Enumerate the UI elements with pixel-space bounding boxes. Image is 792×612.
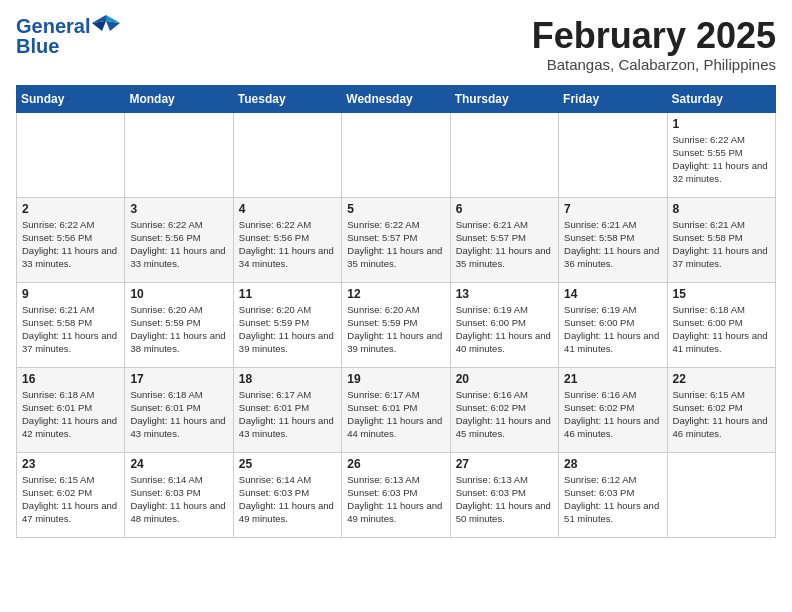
calendar-cell: 24Sunrise: 6:14 AMSunset: 6:03 PMDayligh…: [125, 452, 233, 537]
location-title: Batangas, Calabarzon, Philippines: [532, 56, 776, 73]
calendar-cell: 10Sunrise: 6:20 AMSunset: 5:59 PMDayligh…: [125, 282, 233, 367]
day-number: 27: [456, 457, 553, 471]
day-number: 5: [347, 202, 444, 216]
day-number: 3: [130, 202, 227, 216]
weekday-header-wednesday: Wednesday: [342, 85, 450, 112]
day-number: 28: [564, 457, 661, 471]
day-info: Sunrise: 6:16 AMSunset: 6:02 PMDaylight:…: [456, 388, 553, 441]
day-info: Sunrise: 6:13 AMSunset: 6:03 PMDaylight:…: [456, 473, 553, 526]
month-title: February 2025: [532, 16, 776, 56]
weekday-header-tuesday: Tuesday: [233, 85, 341, 112]
calendar-cell: 28Sunrise: 6:12 AMSunset: 6:03 PMDayligh…: [559, 452, 667, 537]
weekday-header-monday: Monday: [125, 85, 233, 112]
calendar-cell: 19Sunrise: 6:17 AMSunset: 6:01 PMDayligh…: [342, 367, 450, 452]
day-info: Sunrise: 6:22 AMSunset: 5:55 PMDaylight:…: [673, 133, 770, 186]
calendar-cell: 8Sunrise: 6:21 AMSunset: 5:58 PMDaylight…: [667, 197, 775, 282]
day-info: Sunrise: 6:17 AMSunset: 6:01 PMDaylight:…: [239, 388, 336, 441]
day-info: Sunrise: 6:14 AMSunset: 6:03 PMDaylight:…: [239, 473, 336, 526]
day-info: Sunrise: 6:22 AMSunset: 5:56 PMDaylight:…: [239, 218, 336, 271]
day-number: 22: [673, 372, 770, 386]
day-number: 20: [456, 372, 553, 386]
day-number: 6: [456, 202, 553, 216]
calendar-cell: 16Sunrise: 6:18 AMSunset: 6:01 PMDayligh…: [17, 367, 125, 452]
day-number: 21: [564, 372, 661, 386]
calendar-cell: [233, 112, 341, 197]
day-number: 8: [673, 202, 770, 216]
calendar-cell: 11Sunrise: 6:20 AMSunset: 5:59 PMDayligh…: [233, 282, 341, 367]
day-info: Sunrise: 6:20 AMSunset: 5:59 PMDaylight:…: [130, 303, 227, 356]
calendar-cell: 3Sunrise: 6:22 AMSunset: 5:56 PMDaylight…: [125, 197, 233, 282]
day-info: Sunrise: 6:16 AMSunset: 6:02 PMDaylight:…: [564, 388, 661, 441]
weekday-header-friday: Friday: [559, 85, 667, 112]
day-number: 25: [239, 457, 336, 471]
day-number: 12: [347, 287, 444, 301]
logo-general-text: General: [16, 16, 90, 36]
calendar-cell: 14Sunrise: 6:19 AMSunset: 6:00 PMDayligh…: [559, 282, 667, 367]
day-number: 2: [22, 202, 119, 216]
calendar-cell: 23Sunrise: 6:15 AMSunset: 6:02 PMDayligh…: [17, 452, 125, 537]
day-info: Sunrise: 6:17 AMSunset: 6:01 PMDaylight:…: [347, 388, 444, 441]
calendar-week-1: 1Sunrise: 6:22 AMSunset: 5:55 PMDaylight…: [17, 112, 776, 197]
day-info: Sunrise: 6:21 AMSunset: 5:58 PMDaylight:…: [673, 218, 770, 271]
calendar-cell: [559, 112, 667, 197]
weekday-header-thursday: Thursday: [450, 85, 558, 112]
day-info: Sunrise: 6:22 AMSunset: 5:57 PMDaylight:…: [347, 218, 444, 271]
day-info: Sunrise: 6:21 AMSunset: 5:58 PMDaylight:…: [564, 218, 661, 271]
calendar-cell: 12Sunrise: 6:20 AMSunset: 5:59 PMDayligh…: [342, 282, 450, 367]
calendar-cell: 26Sunrise: 6:13 AMSunset: 6:03 PMDayligh…: [342, 452, 450, 537]
day-number: 23: [22, 457, 119, 471]
calendar-cell: 1Sunrise: 6:22 AMSunset: 5:55 PMDaylight…: [667, 112, 775, 197]
day-info: Sunrise: 6:22 AMSunset: 5:56 PMDaylight:…: [130, 218, 227, 271]
day-info: Sunrise: 6:15 AMSunset: 6:02 PMDaylight:…: [22, 473, 119, 526]
day-number: 4: [239, 202, 336, 216]
day-info: Sunrise: 6:18 AMSunset: 6:01 PMDaylight:…: [130, 388, 227, 441]
day-number: 1: [673, 117, 770, 131]
calendar-cell: 9Sunrise: 6:21 AMSunset: 5:58 PMDaylight…: [17, 282, 125, 367]
calendar-cell: 5Sunrise: 6:22 AMSunset: 5:57 PMDaylight…: [342, 197, 450, 282]
calendar-body: 1Sunrise: 6:22 AMSunset: 5:55 PMDaylight…: [17, 112, 776, 537]
day-info: Sunrise: 6:12 AMSunset: 6:03 PMDaylight:…: [564, 473, 661, 526]
calendar-week-5: 23Sunrise: 6:15 AMSunset: 6:02 PMDayligh…: [17, 452, 776, 537]
day-info: Sunrise: 6:18 AMSunset: 6:00 PMDaylight:…: [673, 303, 770, 356]
day-number: 18: [239, 372, 336, 386]
calendar-cell: [125, 112, 233, 197]
day-number: 11: [239, 287, 336, 301]
day-info: Sunrise: 6:21 AMSunset: 5:57 PMDaylight:…: [456, 218, 553, 271]
calendar-cell: [667, 452, 775, 537]
weekday-header-sunday: Sunday: [17, 85, 125, 112]
header: General Blue February 2025 Batangas, Cal…: [16, 16, 776, 73]
calendar-cell: 18Sunrise: 6:17 AMSunset: 6:01 PMDayligh…: [233, 367, 341, 452]
calendar-cell: 22Sunrise: 6:15 AMSunset: 6:02 PMDayligh…: [667, 367, 775, 452]
day-info: Sunrise: 6:13 AMSunset: 6:03 PMDaylight:…: [347, 473, 444, 526]
day-number: 15: [673, 287, 770, 301]
day-info: Sunrise: 6:18 AMSunset: 6:01 PMDaylight:…: [22, 388, 119, 441]
day-number: 13: [456, 287, 553, 301]
weekday-header-saturday: Saturday: [667, 85, 775, 112]
calendar-week-4: 16Sunrise: 6:18 AMSunset: 6:01 PMDayligh…: [17, 367, 776, 452]
day-number: 16: [22, 372, 119, 386]
day-number: 24: [130, 457, 227, 471]
calendar-header-row: SundayMondayTuesdayWednesdayThursdayFrid…: [17, 85, 776, 112]
calendar-week-3: 9Sunrise: 6:21 AMSunset: 5:58 PMDaylight…: [17, 282, 776, 367]
calendar-week-2: 2Sunrise: 6:22 AMSunset: 5:56 PMDaylight…: [17, 197, 776, 282]
day-info: Sunrise: 6:15 AMSunset: 6:02 PMDaylight:…: [673, 388, 770, 441]
day-info: Sunrise: 6:21 AMSunset: 5:58 PMDaylight:…: [22, 303, 119, 356]
day-number: 9: [22, 287, 119, 301]
calendar-cell: 27Sunrise: 6:13 AMSunset: 6:03 PMDayligh…: [450, 452, 558, 537]
bird-icon: [92, 13, 120, 35]
day-info: Sunrise: 6:14 AMSunset: 6:03 PMDaylight:…: [130, 473, 227, 526]
calendar-cell: 25Sunrise: 6:14 AMSunset: 6:03 PMDayligh…: [233, 452, 341, 537]
day-number: 7: [564, 202, 661, 216]
title-area: February 2025 Batangas, Calabarzon, Phil…: [532, 16, 776, 73]
calendar-cell: 2Sunrise: 6:22 AMSunset: 5:56 PMDaylight…: [17, 197, 125, 282]
calendar-cell: [450, 112, 558, 197]
day-number: 14: [564, 287, 661, 301]
calendar-cell: 6Sunrise: 6:21 AMSunset: 5:57 PMDaylight…: [450, 197, 558, 282]
calendar-cell: 7Sunrise: 6:21 AMSunset: 5:58 PMDaylight…: [559, 197, 667, 282]
calendar-cell: 4Sunrise: 6:22 AMSunset: 5:56 PMDaylight…: [233, 197, 341, 282]
logo: General Blue: [16, 16, 120, 56]
day-info: Sunrise: 6:20 AMSunset: 5:59 PMDaylight:…: [347, 303, 444, 356]
day-info: Sunrise: 6:19 AMSunset: 6:00 PMDaylight:…: [564, 303, 661, 356]
calendar-cell: 20Sunrise: 6:16 AMSunset: 6:02 PMDayligh…: [450, 367, 558, 452]
calendar-cell: 15Sunrise: 6:18 AMSunset: 6:00 PMDayligh…: [667, 282, 775, 367]
